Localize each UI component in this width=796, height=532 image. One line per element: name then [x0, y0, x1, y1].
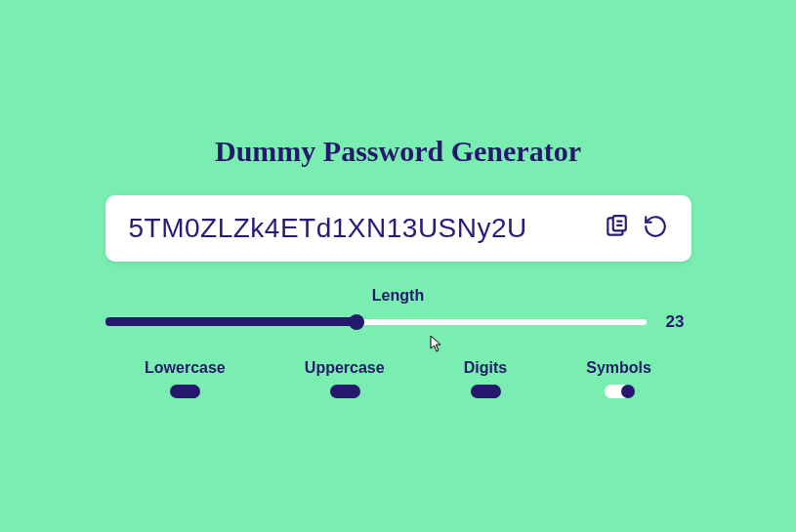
symbols-option: Symbols — [586, 359, 651, 398]
slider-thumb[interactable] — [349, 314, 364, 330]
length-slider-row: 23 — [105, 312, 691, 332]
length-slider[interactable] — [105, 314, 647, 330]
length-label: Length — [372, 287, 424, 305]
uppercase-label: Uppercase — [305, 359, 385, 377]
refresh-icon — [643, 214, 668, 242]
symbols-toggle[interactable] — [605, 385, 634, 398]
digits-label: Digits — [464, 359, 507, 377]
toggle-knob — [347, 385, 360, 398]
digits-toggle[interactable] — [471, 385, 500, 398]
copy-icon — [604, 214, 629, 242]
options-row: Lowercase Uppercase Digits Symbols — [105, 359, 691, 398]
symbols-label: Symbols — [586, 359, 651, 377]
lowercase-option: Lowercase — [145, 359, 226, 398]
digits-option: Digits — [464, 359, 507, 398]
uppercase-toggle[interactable] — [330, 385, 359, 398]
regenerate-button[interactable] — [643, 214, 668, 242]
password-output: 5TM0ZLZk4ETd1XN13USNy2U — [129, 213, 527, 244]
uppercase-option: Uppercase — [305, 359, 385, 398]
copy-button[interactable] — [604, 214, 629, 242]
password-display-box: 5TM0ZLZk4ETd1XN13USNy2U — [105, 195, 691, 262]
lowercase-label: Lowercase — [145, 359, 226, 377]
toggle-knob — [487, 385, 501, 398]
action-icons — [604, 214, 668, 242]
length-value: 23 — [666, 312, 691, 332]
toggle-knob — [187, 385, 200, 398]
toggle-knob — [621, 385, 635, 398]
slider-fill — [105, 317, 357, 326]
lowercase-toggle[interactable] — [170, 385, 199, 398]
svg-rect-0 — [612, 216, 625, 230]
generator-panel: Dummy Password Generator 5TM0ZLZk4ETd1XN… — [105, 135, 691, 398]
page-title: Dummy Password Generator — [215, 135, 581, 168]
